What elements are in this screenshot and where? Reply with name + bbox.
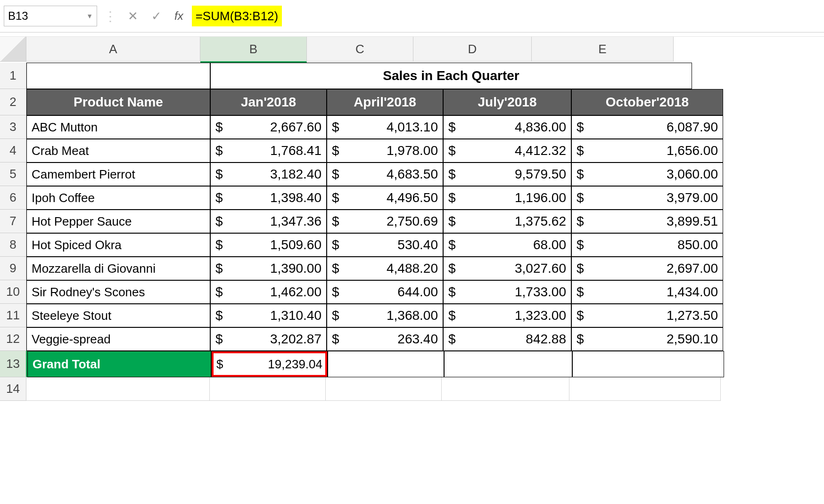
money-cell[interactable]: $1,196.00 — [443, 186, 571, 210]
row-header-5[interactable]: 5 — [0, 163, 26, 186]
money-cell[interactable]: $1,347.36 — [210, 210, 327, 233]
header-q3[interactable]: July'2018 — [443, 89, 571, 115]
product-name-cell[interactable]: Crab Meat — [26, 139, 210, 163]
money-cell[interactable]: $1,310.40 — [210, 304, 327, 327]
money-cell[interactable]: $4,013.10 — [327, 115, 443, 139]
money-cell[interactable]: $3,979.00 — [571, 186, 723, 210]
currency-sign: $ — [577, 214, 584, 229]
money-cell[interactable]: $1,398.40 — [210, 186, 327, 210]
money-cell[interactable]: $1,434.00 — [571, 280, 723, 304]
money-cell[interactable]: $4,496.50 — [327, 186, 443, 210]
row-header-12[interactable]: 12 — [0, 327, 26, 351]
currency-sign: $ — [332, 214, 339, 229]
product-name-cell[interactable]: ABC Mutton — [26, 115, 210, 139]
money-cell[interactable]: $2,590.10 — [571, 327, 723, 351]
col-header-C[interactable]: C — [307, 37, 413, 62]
money-cell[interactable]: $3,202.87 — [210, 327, 327, 351]
fx-icon[interactable]: fx — [171, 9, 187, 23]
money-cell[interactable]: $1,390.00 — [210, 257, 327, 280]
product-name-cell[interactable]: Veggie-spread — [26, 327, 210, 351]
money-value: 3,182.40 — [223, 167, 321, 182]
row-header-4[interactable]: 4 — [0, 139, 26, 163]
cell-C14[interactable] — [326, 377, 442, 401]
dropdown-icon[interactable]: ▼ — [86, 12, 93, 20]
cell-C13[interactable] — [328, 351, 444, 377]
cell-A1[interactable] — [26, 63, 210, 89]
money-cell[interactable]: $1,656.00 — [571, 139, 723, 163]
col-header-D[interactable]: D — [413, 37, 532, 62]
money-cell[interactable]: $4,836.00 — [443, 115, 571, 139]
money-cell[interactable]: $1,733.00 — [443, 280, 571, 304]
col-header-E[interactable]: E — [532, 37, 674, 62]
money-cell[interactable]: $68.00 — [443, 233, 571, 257]
col-header-B[interactable]: B — [200, 37, 307, 63]
select-all-corner[interactable] — [0, 37, 26, 62]
grand-total-value[interactable]: $ 19,239.04 — [211, 351, 328, 377]
cell-E13[interactable] — [572, 351, 724, 377]
money-cell[interactable]: $3,182.40 — [210, 163, 327, 186]
row-header-3[interactable]: 3 — [0, 115, 26, 139]
cell-E14[interactable] — [569, 377, 721, 401]
cell-D13[interactable] — [444, 351, 572, 377]
header-q4[interactable]: October'2018 — [571, 89, 723, 115]
merged-header-sales[interactable]: Sales in Each Quarter — [210, 63, 692, 89]
product-name-cell[interactable]: Sir Rodney's Scones — [26, 280, 210, 304]
money-value: 4,412.32 — [456, 143, 566, 158]
row-header-9[interactable]: 9 — [0, 257, 26, 280]
grand-total-label[interactable]: Grand Total — [27, 351, 211, 377]
product-name-cell[interactable]: Mozzarella di Giovanni — [26, 257, 210, 280]
product-name-cell[interactable]: Steeleye Stout — [26, 304, 210, 327]
money-cell[interactable]: $1,462.00 — [210, 280, 327, 304]
money-cell[interactable]: $6,087.90 — [571, 115, 723, 139]
money-cell[interactable]: $2,750.69 — [327, 210, 443, 233]
row-header-1[interactable]: 1 — [0, 63, 26, 89]
money-cell[interactable]: $2,697.00 — [571, 257, 723, 280]
money-cell[interactable]: $1,368.00 — [327, 304, 443, 327]
money-cell[interactable]: $263.40 — [327, 327, 443, 351]
header-q1[interactable]: Jan'2018 — [210, 89, 327, 115]
product-name-cell[interactable]: Hot Pepper Sauce — [26, 210, 210, 233]
money-cell[interactable]: $4,412.32 — [443, 139, 571, 163]
col-header-A[interactable]: A — [26, 37, 200, 62]
money-cell[interactable]: $644.00 — [327, 280, 443, 304]
name-box-value: B13 — [8, 9, 28, 23]
money-cell[interactable]: $1,273.50 — [571, 304, 723, 327]
product-name-cell[interactable]: Camembert Pierrot — [26, 163, 210, 186]
money-cell[interactable]: $1,768.41 — [210, 139, 327, 163]
row-header-8[interactable]: 8 — [0, 233, 26, 257]
product-name-cell[interactable]: Ipoh Coffee — [26, 186, 210, 210]
header-q2[interactable]: April'2018 — [327, 89, 443, 115]
money-cell[interactable]: $1,323.00 — [443, 304, 571, 327]
money-cell[interactable]: $3,899.51 — [571, 210, 723, 233]
row-header-7[interactable]: 7 — [0, 210, 26, 233]
row-header-6[interactable]: 6 — [0, 186, 26, 210]
row-header-11[interactable]: 11 — [0, 304, 26, 327]
money-cell[interactable]: $3,027.60 — [443, 257, 571, 280]
name-box[interactable]: B13 ▼ — [4, 6, 97, 26]
formula-input[interactable]: =SUM(B3:B12) — [192, 6, 282, 26]
cell-D14[interactable] — [442, 377, 569, 401]
row-header-10[interactable]: 10 — [0, 280, 26, 304]
money-cell[interactable]: $842.88 — [443, 327, 571, 351]
money-cell[interactable]: $4,683.50 — [327, 163, 443, 186]
money-cell[interactable]: $850.00 — [571, 233, 723, 257]
money-cell[interactable]: $1,978.00 — [327, 139, 443, 163]
cell-B14[interactable] — [210, 377, 326, 401]
money-cell[interactable]: $3,060.00 — [571, 163, 723, 186]
currency-sign: $ — [448, 285, 456, 300]
money-cell[interactable]: $1,509.60 — [210, 233, 327, 257]
money-cell[interactable]: $4,488.20 — [327, 257, 443, 280]
confirm-icon[interactable]: ✓ — [147, 9, 166, 24]
money-cell[interactable]: $2,667.60 — [210, 115, 327, 139]
header-product[interactable]: Product Name — [26, 89, 210, 115]
product-name-cell[interactable]: Hot Spiced Okra — [26, 233, 210, 257]
cell-A14[interactable] — [26, 377, 210, 401]
row-header-13[interactable]: 13 — [0, 351, 27, 377]
money-cell[interactable]: $9,579.50 — [443, 163, 571, 186]
row-header-14[interactable]: 14 — [0, 377, 26, 401]
money-cell[interactable]: $1,375.62 — [443, 210, 571, 233]
money-cell[interactable]: $530.40 — [327, 233, 443, 257]
row-header-2[interactable]: 2 — [0, 89, 26, 115]
cancel-icon[interactable]: ✕ — [124, 9, 142, 24]
currency-sign: $ — [577, 190, 584, 205]
